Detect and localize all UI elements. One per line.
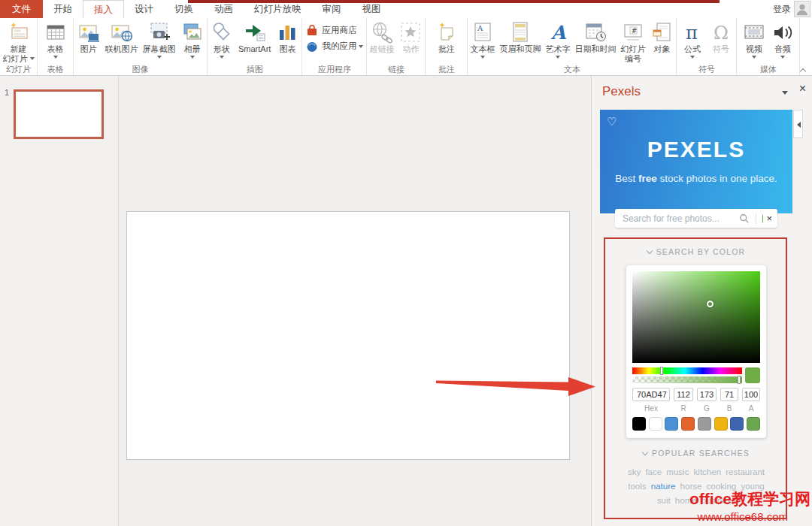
collapse-ribbon-button[interactable] (800, 67, 806, 73)
tab-review[interactable]: 审阅 (312, 0, 352, 18)
text-box-button[interactable]: A 文本框 (468, 20, 497, 59)
ribbon-group-symbols: π 公式 Ω 符号 符号 (677, 18, 737, 75)
blue-input[interactable] (720, 388, 738, 401)
ribbon-group-media: 视频 音频 媒体 (737, 18, 800, 75)
tag-line-2[interactable]: tools nature horse cooking young (592, 479, 801, 494)
equation-button[interactable]: π 公式 (678, 20, 707, 59)
action-button[interactable]: 动作 (396, 20, 425, 54)
person-icon (795, 2, 810, 17)
text-box-icon: A (471, 20, 495, 44)
date-time-label: 日期和时间 (574, 44, 616, 54)
date-time-icon (583, 20, 607, 44)
alpha-slider-handle[interactable] (738, 376, 741, 384)
tag-nature[interactable]: nature (651, 482, 676, 491)
table-button[interactable]: 表格 (41, 20, 70, 59)
svg-text:#: # (632, 27, 638, 35)
blue-label: B (727, 404, 732, 413)
heart-icon[interactable]: ♡ (607, 115, 617, 128)
taskpane-close-button[interactable]: × (799, 83, 806, 95)
hex-input[interactable] (632, 388, 670, 401)
date-time-button[interactable]: 日期和时间 (572, 20, 618, 54)
header-footer-icon (508, 20, 532, 44)
tab-view[interactable]: 视图 (352, 0, 392, 18)
hyperlink-button[interactable]: 超链接 (367, 20, 396, 54)
equation-icon: π (680, 20, 704, 44)
preset-swatch-blue[interactable] (665, 417, 678, 431)
app-store-button[interactable]: 应用商店 (302, 23, 366, 38)
preset-swatch-dark-blue[interactable] (730, 417, 744, 431)
saturation-picker[interactable] (632, 271, 760, 363)
tag-line-3[interactable]: suit home business (592, 494, 801, 508)
chevron-down-icon (642, 449, 648, 455)
green-input[interactable] (697, 388, 717, 401)
slide-thumbnail-1[interactable] (14, 89, 104, 139)
photo-search-input[interactable] (615, 213, 739, 224)
shapes-label: 形状 (214, 44, 230, 54)
photo-album-button[interactable]: 相册 (178, 20, 207, 59)
picture-button[interactable]: 图片 (74, 20, 103, 54)
color-filter-chip[interactable] (762, 214, 763, 223)
shapes-button[interactable]: 形状 (208, 20, 236, 59)
taskpane-scrollbar[interactable] (793, 110, 803, 138)
text-box-label: 文本框 (470, 44, 495, 54)
preset-swatch-orange[interactable] (681, 417, 695, 431)
preset-swatch-white[interactable] (649, 417, 662, 431)
preset-swatch-green[interactable] (747, 417, 760, 431)
screenshot-button[interactable]: 屏幕截图 (141, 20, 178, 59)
slide-canvas[interactable] (126, 211, 570, 460)
tab-design[interactable]: 设计 (124, 0, 164, 18)
green-label: G (704, 404, 710, 413)
hue-slider[interactable] (632, 367, 742, 374)
clear-color-filter-button[interactable]: × (766, 213, 772, 224)
slide-number-button[interactable]: # 幻灯片 编号 (618, 20, 647, 63)
tab-transitions[interactable]: 切换 (164, 0, 204, 18)
tab-file[interactable]: 文件 (0, 0, 43, 18)
wordart-icon: A (546, 20, 570, 44)
tag-line-1[interactable]: sky face music kitchen restaurant (592, 465, 801, 479)
new-slide-button[interactable]: 新建 幻灯片 (1, 20, 37, 63)
symbol-button[interactable]: Ω 符号 (707, 20, 735, 54)
video-icon (742, 20, 766, 44)
preset-swatch-gray[interactable] (698, 417, 711, 431)
ribbon: 新建 幻灯片 幻灯片 表格 (0, 18, 812, 76)
hyperlink-icon (370, 20, 394, 44)
alpha-input[interactable] (742, 388, 760, 401)
tab-slideshow[interactable]: 幻灯片放映 (244, 0, 312, 18)
ribbon-group-text: A 文本框 页眉和页脚 (468, 18, 677, 75)
group-label-links: 链接 (367, 64, 425, 75)
current-color-swatch (745, 367, 760, 383)
tab-insert[interactable]: 插入 (83, 0, 124, 18)
slide-number: 1 (5, 88, 9, 97)
wordart-button[interactable]: A 艺术字 (543, 20, 572, 59)
header-footer-button[interactable]: 页眉和页脚 (497, 20, 543, 54)
my-apps-button[interactable]: 我的应用 (302, 38, 366, 54)
taskpane-menu-button[interactable] (782, 91, 788, 95)
audio-button[interactable]: 音频 (768, 20, 797, 59)
svg-text:Ω: Ω (714, 23, 729, 44)
tab-home[interactable]: 开始 (43, 0, 83, 18)
object-icon (650, 20, 674, 44)
ribbon-group-slides: 新建 幻灯片 幻灯片 (0, 18, 38, 75)
comment-button[interactable]: 批注 (432, 20, 461, 54)
chart-button[interactable]: 图表 (273, 20, 301, 54)
search-by-color-header[interactable]: SEARCH BY COLOR (592, 247, 801, 256)
popular-searches-header[interactable]: POPULAR SEARCHES (592, 449, 801, 458)
alpha-slider[interactable] (632, 376, 742, 383)
red-input[interactable] (674, 388, 693, 401)
picture-icon (77, 20, 101, 44)
online-pictures-button[interactable]: 联机图片 (103, 20, 141, 54)
smartart-button[interactable]: SmartArt (236, 20, 273, 54)
svg-text:A: A (477, 24, 483, 32)
preset-swatch-yellow[interactable] (714, 417, 728, 431)
action-icon (398, 20, 423, 44)
app-store-icon (305, 24, 319, 38)
object-button[interactable]: 对象 (647, 20, 676, 54)
avatar[interactable] (794, 1, 810, 17)
video-button[interactable]: 视频 (740, 20, 768, 59)
hue-slider-handle[interactable] (660, 367, 663, 375)
preset-swatch-black[interactable] (632, 417, 646, 431)
signin-link[interactable]: 登录 (773, 0, 791, 18)
wordart-label: 艺术字 (545, 44, 570, 54)
tab-animations[interactable]: 动画 (204, 0, 244, 18)
saturation-cursor[interactable] (707, 301, 714, 307)
